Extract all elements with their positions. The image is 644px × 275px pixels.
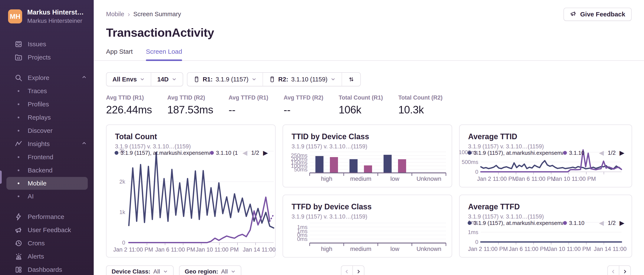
main-area: Mobile › Screen Summary Give Feedback Tr… [94,0,644,275]
svg-text:0: 0 [475,239,478,245]
metrics-row: Avg TTID (R1)226.44msAvg TTID (R2)187.53… [106,94,632,116]
legend-series-r1[interactable]: 3.1.9 (1157), at.markushi.expensemanage [468,220,563,226]
legend-next-icon[interactable]: ▶ [620,220,624,226]
geo-region-filter[interactable]: Geo region: All [179,265,241,275]
sidebar-item-performance[interactable]: Performance [0,210,94,223]
sidebar-item-label: AI [28,193,34,200]
tab-app-start[interactable]: App Start [106,48,133,60]
sidebar-item-user-feedback[interactable]: User Feedback [0,223,94,237]
sidebar-item-profiles[interactable]: Profiles [0,98,94,111]
legend-prev-icon[interactable]: ◀ [242,150,247,156]
chart-legend: 3.1.9 (1157), at.markushi.expensemanage … [468,149,624,157]
legend-series-r2[interactable]: 3.1.10 [563,220,584,226]
svg-text:1ms: 1ms [468,229,478,235]
sidebar-item-traces[interactable]: Traces [0,84,94,98]
user-name: Markus Hinterst… [27,9,84,16]
megaphone-icon [570,10,577,19]
ttfd-bar-chart[interactable]: 0ms0ms1ms1mshighmediumlowUnknown [283,195,452,258]
page-prev-button[interactable] [341,265,353,275]
avatar: MH [8,9,22,24]
sidebar-item-dashboards[interactable]: Dashboards [0,263,94,275]
legend-series-r1[interactable]: 3.1.9 (1157), at.markushi.expensemanage [114,150,210,156]
svg-text:Jan 14 11:00: Jan 14 11:00 [594,246,626,252]
user-card[interactable]: MH Markus Hinterst… Markus Hintersteiner [0,0,94,24]
ttid-bar-chart[interactable]: 50ms100ms150ms200ms250mshighmediumlowUnk… [283,125,452,188]
sidebar-scroll-indicator [0,171,2,184]
megaphone-icon [9,226,28,234]
legend-next-icon[interactable]: ▶ [263,150,268,156]
page-prev-button[interactable] [607,265,619,275]
svg-text:low: low [390,175,400,182]
svg-text:Jan 2 11:00 PM: Jan 2 11:00 PM [468,246,508,252]
svg-text:Jan 2 11:00 PM: Jan 2 11:00 PM [477,176,517,182]
give-feedback-button[interactable]: Give Feedback [564,8,632,21]
sidebar-item-replays[interactable]: Replays [0,111,94,124]
user-org: Markus Hintersteiner [27,18,84,24]
breadcrumb: Mobile › Screen Summary [106,8,181,18]
svg-text:2k: 2k [120,178,126,185]
projects-icon [9,53,28,61]
legend-series-r1[interactable]: 3.1.9 (1157), at.markushi.expensemanage [468,150,563,156]
sidebar-nav: IssuesProjectsExploreTracesProfilesRepla… [0,38,94,275]
sidebar-item-explore[interactable]: Explore [0,71,94,84]
breadcrumb-current: Screen Summary [133,11,181,18]
legend-prev-icon[interactable]: ◀ [599,150,604,156]
sidebar-item-label: Alerts [28,253,44,260]
tab-screen-load[interactable]: Screen Load [146,48,182,60]
svg-text:Unknown: Unknown [416,245,442,252]
svg-text:low: low [390,245,400,252]
breadcrumb-mobile[interactable]: Mobile [106,11,124,18]
give-feedback-label: Give Feedback [580,11,625,18]
sidebar-item-crons[interactable]: Crons [0,237,94,250]
period-selector[interactable]: 14D [151,73,182,86]
swap-releases-button[interactable] [342,73,360,86]
chevron-down-icon [140,77,145,82]
sidebar-item-issues[interactable]: Issues [0,38,94,51]
page-next-button[interactable] [352,265,364,275]
release-r2-selector[interactable]: R2: 3.1.10 (1159) [262,73,342,86]
mobile-device-icon [193,76,200,83]
chevron-down-icon [172,77,177,82]
chevron-up-icon [81,140,87,148]
clock-icon [9,239,28,247]
release-compare-group: R1: 3.1.9 (1157) R2: 3.1.10 (1159) [187,72,361,86]
bullet-icon [9,169,28,171]
chevron-right-icon [356,269,361,274]
issues-icon [9,40,28,48]
device-class-filter[interactable]: Device Class: All [106,265,174,275]
env-selector[interactable]: All Envs [106,73,151,86]
chevron-down-icon [231,269,236,274]
bullet-icon [9,117,28,118]
page-next-button[interactable] [619,265,631,275]
svg-text:medium: medium [350,175,372,182]
release-r1-selector[interactable]: R1: 3.1.9 (1157) [188,73,262,86]
swap-arrows-icon [348,76,354,83]
sidebar-item-discover[interactable]: Discover [0,124,94,137]
svg-text:Jan 10 11:00 PM: Jan 10 11:00 PM [548,246,591,252]
chart-card-average-ttid: Average TTID 3.1.9 (1157) v. 3.1.10…(115… [459,125,632,187]
legend-series-r2[interactable]: 3.1.10 [563,150,584,156]
sidebar-item-mobile[interactable]: Mobile [6,177,88,190]
total-count-line-chart[interactable]: 01k2k3kJan 2 11:00 PMJan 6 11:00 PMJan 1… [106,125,280,258]
chart-legend: 3.1.9 (1157), at.markushi.expensemanage … [468,219,624,227]
svg-text:high: high [321,245,332,252]
legend-dot [563,221,567,225]
legend-next-icon[interactable]: ▶ [620,150,624,156]
sidebar-item-backend[interactable]: Backend [0,164,94,177]
sidebar-item-alerts[interactable]: Alerts [0,250,94,263]
svg-text:Jan 10 11:00 PM: Jan 10 11:00 PM [553,176,596,182]
sidebar-item-projects[interactable]: Projects [0,51,94,64]
sidebar-item-frontend[interactable]: Frontend [0,150,94,164]
chart-card-ttid-by-device-class: TTID by Device Class 3.1.9 (1157) v. 3.1… [282,125,452,187]
svg-text:high: high [321,175,332,182]
legend-series-r2[interactable]: 3.1.10 (1 [210,150,238,156]
chevron-up-icon [81,74,87,82]
chart-card-ttfd-by-device-class: TTFD by Device Class 3.1.9 (1157) v. 3.1… [282,195,452,257]
sidebar-item-ai[interactable]: AI [0,190,94,203]
sidebar-item-insights[interactable]: Insights [0,137,94,150]
legend-prev-icon[interactable]: ◀ [599,220,604,226]
svg-text:Jan 14 11:00: Jan 14 11:00 [243,246,276,253]
chevron-down-icon [252,77,256,82]
legend-dot [114,151,118,155]
charts-grid: TTID by Device Class 3.1.9 (1157) v. 3.1… [106,125,632,257]
